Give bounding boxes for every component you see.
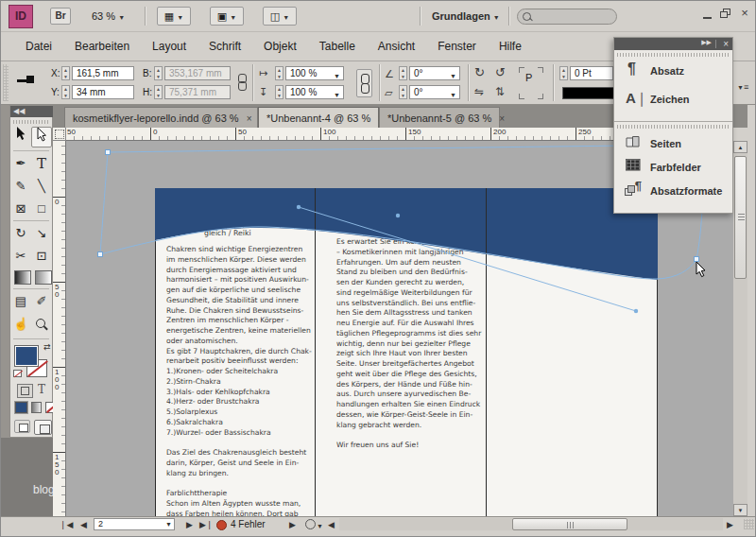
preflight-menu-arrow-icon[interactable]: ▼: [317, 523, 323, 529]
apply-gradient-button[interactable]: [31, 402, 42, 413]
tab-unbenannt-4[interactable]: *Unbenannt-4 @ 63 %×: [258, 107, 379, 128]
direct-selection-tool[interactable]: [31, 127, 52, 147]
minimize-button[interactable]: [702, 10, 713, 20]
swap-fill-stroke-icon[interactable]: ⇄: [43, 342, 51, 352]
scroll-up-button[interactable]: ▲: [733, 141, 747, 153]
panel-group-drag-bar[interactable]: [617, 53, 730, 57]
next-page-button[interactable]: ▶: [186, 520, 193, 529]
tools-panel-header[interactable]: ◀◀: [10, 106, 55, 117]
frame-tool[interactable]: ⊠: [10, 199, 31, 219]
flip-vertical-icon[interactable]: ⇅: [495, 85, 505, 98]
horizontal-scrollbar[interactable]: [339, 518, 723, 530]
panel-item-absatzformate[interactable]: ¶ Absatzformate: [616, 181, 730, 203]
scale-x-stepper[interactable]: ▲▼: [275, 66, 284, 80]
height-value-field[interactable]: 75,371 mm: [164, 85, 231, 99]
stroke-weight-stepper[interactable]: ▲▼: [559, 66, 568, 80]
y-stepper[interactable]: ▲▼: [61, 85, 70, 99]
preview-mode-button[interactable]: [34, 420, 52, 435]
scroll-right-button[interactable]: ▶: [727, 520, 733, 529]
zoom-level-dropdown[interactable]: 63 % ▼: [92, 10, 125, 22]
pen-tool[interactable]: ✒: [10, 153, 31, 174]
panel-group-drag-bar[interactable]: [617, 125, 730, 129]
pencil-tool[interactable]: ✎: [10, 176, 31, 197]
menu-ansicht[interactable]: Ansicht: [367, 40, 426, 53]
vertical-scrollbar[interactable]: ▲ ▼: [733, 141, 747, 516]
position-tool[interactable]: ⊡: [31, 246, 52, 267]
control-bar-grip[interactable]: [3, 64, 9, 101]
scale-x-field[interactable]: 100 %▼: [285, 66, 344, 80]
preflight-status-text[interactable]: 4 Fehler: [231, 519, 266, 529]
rectangle-tool[interactable]: □: [31, 199, 52, 219]
preflight-expand-icon[interactable]: ▶: [289, 520, 296, 529]
tab-kosmetikflyer[interactable]: kosmetikflyer-leporello.indd @ 63 %×: [64, 107, 258, 128]
tab-close-icon[interactable]: ×: [247, 113, 252, 124]
constrain-scale-link-button[interactable]: [356, 69, 372, 97]
close-panel-icon[interactable]: ×: [723, 38, 729, 50]
rotate-cw-icon[interactable]: ↻: [474, 65, 485, 79]
last-page-button[interactable]: ▶❘: [199, 520, 213, 529]
menu-schrift[interactable]: Schrift: [198, 40, 252, 53]
menu-objekt[interactable]: Objekt: [252, 40, 308, 53]
normal-view-mode-button[interactable]: [14, 420, 30, 433]
scroll-down-button[interactable]: ▼: [733, 504, 747, 516]
zoom-tool[interactable]: [31, 314, 52, 335]
content-proxy-indicator[interactable]: P: [519, 67, 543, 99]
height-stepper[interactable]: ▲▼: [154, 85, 163, 99]
formatting-affects-text-button[interactable]: T: [38, 383, 45, 396]
menu-datei[interactable]: Datei: [14, 40, 63, 53]
type-tool[interactable]: T: [31, 153, 52, 174]
tab-unbenannt-5[interactable]: *Unbenannt-5 @ 63 %×: [379, 107, 500, 128]
x-stepper[interactable]: ▲▼: [61, 66, 70, 80]
tools-panel-drag-handle[interactable]: [13, 120, 49, 124]
rotation-field[interactable]: 0°▼: [409, 66, 460, 80]
menu-layout[interactable]: Layout: [141, 40, 198, 53]
vertical-scroll-thumb[interactable]: [734, 156, 747, 279]
rotation-stepper[interactable]: ▲▼: [399, 66, 407, 80]
panel-header[interactable]: ▶▶ ×: [614, 38, 732, 50]
x-value-field[interactable]: 161,5 mm: [72, 66, 134, 80]
y-value-field[interactable]: 34 mm: [72, 85, 134, 99]
constrain-dimensions-icon[interactable]: [238, 81, 247, 91]
menu-bearbeiten[interactable]: Bearbeiten: [63, 40, 141, 53]
page-number-field[interactable]: 2: [94, 518, 175, 530]
resize-grip[interactable]: [744, 519, 754, 529]
default-fill-stroke-icon[interactable]: [13, 370, 22, 377]
page-list-dropdown-icon[interactable]: ▼: [165, 521, 172, 528]
note-tool[interactable]: ▤: [10, 291, 31, 312]
scale-y-stepper[interactable]: ▲▼: [275, 85, 284, 99]
flip-horizontal-icon[interactable]: ⇋: [474, 85, 484, 98]
previous-page-button[interactable]: ◀: [80, 520, 87, 529]
panel-item-seiten[interactable]: Seiten: [616, 133, 730, 156]
gradient-feather-tool[interactable]: [35, 270, 52, 285]
gradient-swatch-tool[interactable]: [14, 270, 31, 285]
panel-item-zeichen[interactable]: A❘ Zeichen: [616, 89, 730, 112]
panel-item-absatz[interactable]: ¶ Absatz: [616, 61, 730, 83]
tab-close-icon[interactable]: ×: [499, 113, 505, 124]
search-input[interactable]: [517, 9, 617, 25]
view-options-button[interactable]: ▦ ▼: [157, 7, 191, 26]
workspace-switcher[interactable]: Grundlagen ▼: [432, 10, 500, 22]
horizontal-scroll-thumb[interactable]: [512, 518, 627, 530]
stroke-type-preview[interactable]: [562, 87, 621, 99]
width-value-field[interactable]: 353,167 mm: [164, 66, 231, 80]
restore-button[interactable]: [720, 9, 731, 19]
expand-panel-icon[interactable]: ▶▶: [701, 39, 712, 46]
line-tool[interactable]: ╲: [31, 176, 52, 197]
scroll-left-button[interactable]: ◀: [328, 520, 335, 529]
vertical-ruler[interactable]: 0 50 100 150: [53, 141, 66, 516]
shear-field[interactable]: 0°▼: [409, 85, 460, 99]
scale-tool[interactable]: ↘: [31, 223, 52, 244]
stroke-weight-field[interactable]: 0 Pt: [570, 66, 613, 80]
rotate-ccw-icon[interactable]: ↺: [495, 65, 506, 79]
selection-tool[interactable]: [10, 127, 31, 147]
apply-color-button[interactable]: [15, 402, 27, 413]
fill-swatch[interactable]: [15, 346, 38, 366]
shear-stepper[interactable]: ▲▼: [399, 85, 407, 99]
panel-item-farbfelder[interactable]: Farbfelder: [616, 157, 730, 180]
scale-y-field[interactable]: 100 %▼: [285, 85, 344, 99]
preflight-menu-icon[interactable]: [305, 519, 316, 529]
menu-fenster[interactable]: Fenster: [426, 40, 488, 53]
eyedropper-tool[interactable]: ✐: [31, 291, 52, 312]
first-page-button[interactable]: ❘◀: [60, 520, 73, 529]
hand-tool[interactable]: ☝: [10, 314, 31, 335]
